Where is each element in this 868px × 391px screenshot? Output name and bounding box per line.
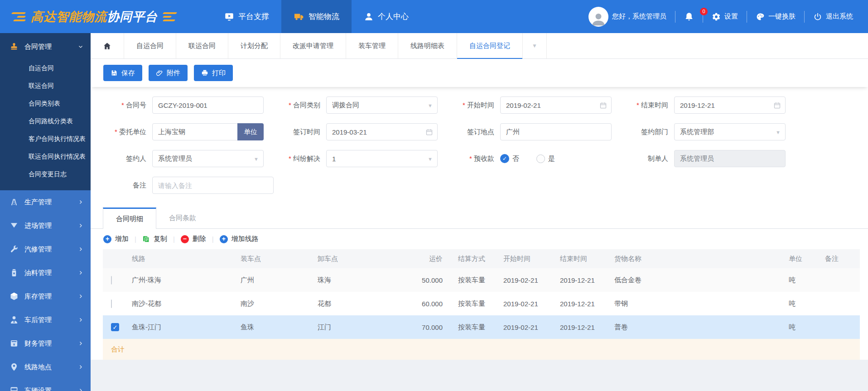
field-label: 合同号	[100, 101, 152, 110]
sidebar-item-contract-category[interactable]: 合同类别表	[29, 95, 91, 112]
app-title-part1: 高达智能物流	[31, 10, 107, 24]
print-button[interactable]: 打印	[194, 65, 233, 81]
unit-picker-button[interactable]: 单位	[237, 123, 264, 140]
tab-plan-allocation[interactable]: 计划分配	[228, 33, 280, 58]
sidebar-item-contract-route-class[interactable]: 合同路线分类表	[29, 112, 91, 130]
field-label: 签订地点	[448, 128, 500, 136]
bus-icon	[10, 386, 19, 391]
table-row-selected[interactable]: 鱼珠-江门 鱼珠 江门 70.000 按装车量 2019-02-21 2019-…	[103, 315, 860, 339]
chevron-right-icon	[78, 223, 83, 228]
creator-input	[675, 150, 785, 167]
sidebar-item-joint-contract-exec[interactable]: 联运合同执行情况表	[29, 148, 91, 165]
start-date-picker[interactable]	[500, 97, 612, 114]
sidebar-group-fuel[interactable]: 油料管理	[0, 261, 91, 285]
toolbar: 保存 附件 打印	[91, 59, 868, 87]
notifications-button[interactable]: 0	[675, 12, 703, 22]
detail-action-bar: 增加 | 复制 | 删除 | 增加线路	[91, 229, 868, 249]
tab-self-contract-register[interactable]: 自运合同登记	[457, 33, 523, 58]
sign-date-picker[interactable]	[326, 123, 438, 140]
tab-dropdown-caret[interactable]	[523, 33, 547, 58]
sidebar-group-route-location[interactable]: 线路地点	[0, 355, 91, 379]
logout-button[interactable]: 退出系统	[805, 12, 862, 21]
add-row-button[interactable]: 增加	[103, 235, 129, 243]
tab-contract-detail[interactable]: 合同明细	[103, 208, 156, 229]
sidebar-group-inventory[interactable]: 库存管理	[0, 285, 91, 308]
svg-text:¥: ¥	[13, 343, 15, 347]
sidebar-group-finance[interactable]: ¥ 财务管理	[0, 332, 91, 355]
tab-self-contract[interactable]: 自运合同	[124, 33, 176, 58]
remark-input[interactable]	[153, 177, 273, 193]
signer-select[interactable]	[152, 150, 264, 167]
sidebar-group-after-vehicle[interactable]: 车后管理	[0, 308, 91, 332]
tab-dispatch-request[interactable]: 改派申请管理	[280, 33, 346, 58]
col-remark: 备注	[821, 249, 860, 268]
row-checkbox[interactable]	[111, 276, 112, 285]
cell-start-date: 2019-02-21	[500, 268, 556, 292]
form-row-4: 备注	[100, 177, 868, 194]
field-label: 委托单位	[100, 128, 152, 136]
prepay-option-yes[interactable]: 是	[536, 154, 555, 163]
chevron-right-icon	[78, 199, 83, 205]
save-button[interactable]: 保存	[103, 65, 142, 81]
dispute-select[interactable]	[326, 150, 438, 167]
user-account[interactable]: 您好，系统管理员	[580, 7, 675, 27]
signer-value[interactable]	[153, 150, 263, 167]
row-checkbox[interactable]	[111, 299, 112, 308]
contract-no-input[interactable]	[153, 97, 263, 113]
copy-label: 复制	[154, 235, 167, 243]
nav-platform-support[interactable]: 平台支撑	[212, 0, 281, 33]
sidebar-item-self-contract[interactable]: 自运合同	[29, 59, 91, 77]
add-route-button[interactable]: 增加线路	[220, 235, 259, 243]
col-price: 运价	[405, 249, 454, 268]
sidebar-group-contract[interactable]: 合同管理	[0, 35, 91, 58]
field-sign-dept: 签约部门	[622, 123, 796, 140]
start-date-input[interactable]	[501, 97, 611, 113]
change-skin-button[interactable]: 一键换肤	[747, 12, 804, 21]
client-input[interactable]	[153, 124, 237, 140]
printer-icon	[201, 69, 208, 77]
sidebar-group-vehicle-settings[interactable]: 车辆设置	[0, 379, 91, 391]
sidebar-group-label: 进场管理	[24, 222, 72, 230]
copy-row-button[interactable]: 复制	[142, 235, 167, 243]
sidebar-item-customer-contract-exec[interactable]: 客户合同执行情况表	[29, 130, 91, 148]
form-row-2: 委托单位 单位 签订时间 签订地点	[100, 123, 868, 140]
end-date-input[interactable]	[675, 97, 785, 113]
contract-type-select[interactable]	[326, 97, 438, 114]
change-skin-label: 一键换肤	[768, 12, 796, 21]
field-client: 委托单位 单位	[100, 123, 274, 140]
settings-button[interactable]: 设置	[703, 12, 747, 21]
sidebar-group-auto-repair[interactable]: 汽修管理	[0, 237, 91, 261]
table-row[interactable]: 南沙-花都 南沙 花都 60.000 按装车量 2019-02-21 2019-…	[103, 292, 860, 315]
sign-place-input[interactable]	[501, 124, 611, 140]
col-end-date: 结束时间	[556, 249, 611, 268]
row-checkbox-checked[interactable]	[111, 323, 119, 331]
end-date-picker[interactable]	[674, 97, 786, 114]
cell-remark	[821, 268, 860, 292]
field-contract-no: 合同号	[100, 97, 274, 114]
delete-row-button[interactable]: 删除	[181, 235, 206, 243]
tab-loading-mgmt[interactable]: 装车管理	[346, 33, 398, 58]
prepay-option-no[interactable]: 否	[500, 154, 519, 163]
cell-settle-method: 按装车量	[454, 268, 500, 292]
contract-type-value[interactable]	[327, 97, 437, 113]
oil-can-icon	[10, 268, 19, 277]
sidebar-group-production[interactable]: 生产管理	[0, 190, 91, 214]
sidebar-group-entry[interactable]: 进场管理	[0, 214, 91, 237]
nav-personal-center[interactable]: 个人中心	[352, 0, 421, 33]
sign-dept-select[interactable]	[674, 123, 786, 140]
nav-smart-logistics[interactable]: 智能物流	[281, 0, 352, 33]
divider: |	[135, 235, 136, 243]
sidebar-item-contract-change-log[interactable]: 合同变更日志	[29, 165, 91, 183]
sign-date-input[interactable]	[327, 124, 437, 140]
tab-route-detail[interactable]: 线路明细表	[398, 33, 457, 58]
sidebar-item-joint-contract[interactable]: 联运合同	[29, 77, 91, 95]
sidebar-group-label: 汽修管理	[24, 245, 72, 254]
tab-joint-contract[interactable]: 联运合同	[176, 33, 228, 58]
tab-contract-terms[interactable]: 合同条款	[156, 208, 209, 228]
table-row[interactable]: 广州-珠海 广州 珠海 50.000 按装车量 2019-02-21 2019-…	[103, 268, 860, 292]
tab-home[interactable]	[91, 33, 124, 58]
dispute-value[interactable]	[327, 150, 437, 167]
nav-label: 个人中心	[378, 11, 409, 22]
sign-dept-value[interactable]	[675, 124, 785, 140]
attachment-button[interactable]: 附件	[149, 65, 188, 81]
